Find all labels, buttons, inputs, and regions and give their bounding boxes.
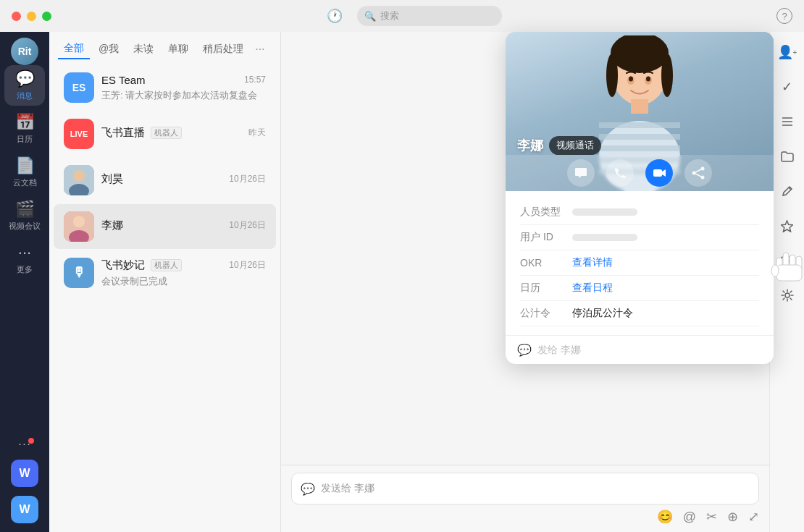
svg-rect-21 <box>631 99 648 114</box>
share-action[interactable] <box>684 159 712 187</box>
search-icon: 🔍 <box>364 11 376 22</box>
svg-line-38 <box>695 174 701 177</box>
photo-settings-icon[interactable] <box>776 249 799 272</box>
chat-preview: 王芳: 请大家按时参加本次活动复盘会 <box>101 90 257 101</box>
folder-icon[interactable] <box>776 145 799 168</box>
chat-item-li-na[interactable]: 李娜 10月26日 <box>54 204 276 249</box>
robot-badge: 机器人 <box>151 259 182 271</box>
svg-point-15 <box>790 258 792 259</box>
sidebar-item-messages[interactable]: 💬 消息 <box>4 65 45 106</box>
video-action[interactable] <box>645 159 673 187</box>
sidebar: Rit 💬 消息 📅 日历 📄 云文档 🎬 视频会议 <box>0 32 49 532</box>
okr-row: OKR 查看详情 <box>520 250 759 276</box>
send-input-row[interactable]: 💬 发给 李娜 <box>506 335 774 364</box>
search-placeholder: 搜索 <box>380 9 399 22</box>
chat-item-es-team[interactable]: ES ES Team 15:57 王芳: 请大家按时参加本次活动复盘会 <box>54 65 276 110</box>
workspace-button-1[interactable]: W <box>11 460 38 487</box>
avatar-text: ES <box>72 82 86 93</box>
svg-point-16 <box>785 293 790 297</box>
maximize-button[interactable] <box>42 12 51 21</box>
star-icon[interactable] <box>776 214 799 237</box>
okr-value[interactable]: 查看详情 <box>572 256 613 269</box>
send-icon: 💬 <box>517 343 532 357</box>
chat-time: 10月26日 <box>229 219 266 232</box>
window-controls <box>12 12 51 21</box>
titlebar-center: 🕐 🔍 搜索 <box>327 6 502 26</box>
user-id-row: 用户 ID <box>520 225 759 250</box>
avatar-illustration <box>64 165 94 195</box>
sidebar-item-calendar[interactable]: 📅 日历 <box>4 109 45 149</box>
tab-at[interactable]: @我 <box>93 40 125 59</box>
input-icon: 💬 <box>301 482 315 496</box>
list-icon[interactable] <box>776 110 799 133</box>
person-type-row: 人员类型 <box>520 200 759 225</box>
chat-name: 刘昊 <box>101 172 123 186</box>
sidebar-item-messages-label: 消息 <box>17 90 33 101</box>
chat-info-liu-hao: 刘昊 10月26日 <box>101 172 266 188</box>
message-action[interactable] <box>567 159 595 187</box>
sidebar-item-meetings[interactable]: 🎬 视频会议 <box>4 195 45 236</box>
tab-unread[interactable]: 未读 <box>127 40 159 59</box>
tab-all[interactable]: 全部 <box>58 39 90 59</box>
svg-line-37 <box>695 169 701 172</box>
sidebar-item-meetings-label: 视频会议 <box>9 221 41 232</box>
profile-photo: 李娜 视频通话 <box>506 32 774 191</box>
search-bar[interactable]: 🔍 搜索 <box>357 6 502 26</box>
sidebar-item-more[interactable]: ··· 更多 <box>4 239 45 279</box>
meetings-icon: 🎬 <box>15 200 35 219</box>
profile-details: 人员类型 用户 ID OKR 查看详情 日历 查看日程 公汁令 停泊尻公 <box>506 191 774 335</box>
sidebar-nav: 💬 消息 📅 日历 📄 云文档 🎬 视频会议 ··· 更多 <box>4 65 45 434</box>
chat-name: 飞书妙记 <box>101 258 145 272</box>
chat-name: 李娜 <box>101 219 123 232</box>
svg-point-20 <box>661 54 673 97</box>
close-button[interactable] <box>12 12 21 21</box>
person-type-label: 人员类型 <box>520 206 572 219</box>
add-contact-icon[interactable]: 👤+ <box>776 41 799 64</box>
chat-item-feishu-live[interactable]: LIVE 飞书直播 机器人 昨天 <box>54 111 276 156</box>
chat-name: ES Team <box>101 74 146 86</box>
expand-icon[interactable]: ⤢ <box>748 509 759 525</box>
send-placeholder: 发给 李娜 <box>537 344 581 357</box>
svg-point-4 <box>73 216 85 227</box>
sidebar-item-docs[interactable]: 📄 云文档 <box>4 152 45 193</box>
pencil-icon[interactable] <box>776 180 799 203</box>
main-area: Rit 💬 消息 📅 日历 📄 云文档 🎬 视频会议 <box>0 32 804 532</box>
chat-list: ES ES Team 15:57 王芳: 请大家按时参加本次活动复盘会 LIVE <box>49 64 280 532</box>
chat-time: 10月26日 <box>229 173 266 185</box>
chat-preview: 会议录制已完成 <box>101 276 167 287</box>
chat-info-feishu-live: 飞书直播 机器人 昨天 <box>101 126 266 142</box>
chat-item-feishu-note[interactable]: 🎙 飞书妙记 机器人 10月26日 会议录制已完成 <box>54 250 276 295</box>
calendar-row: 日历 查看日程 <box>520 276 759 301</box>
chat-avatar-liu-hao <box>64 165 94 195</box>
calendar-value[interactable]: 查看日程 <box>572 282 613 295</box>
chat-item-liu-hao[interactable]: 刘昊 10月26日 <box>54 158 276 203</box>
emoji-icon[interactable]: 😊 <box>657 509 673 525</box>
help-button[interactable]: ? <box>776 8 792 24</box>
avatar-text: LIVE <box>70 130 88 138</box>
chat-time: 15:57 <box>244 75 266 85</box>
history-icon[interactable]: 🕐 <box>327 8 343 24</box>
settings-icon[interactable] <box>776 284 799 307</box>
at-icon[interactable]: @ <box>683 510 696 525</box>
svg-rect-32 <box>653 169 662 177</box>
sidebar-more-button[interactable]: ··· <box>11 434 38 454</box>
checkmark-icon[interactable]: ✓ <box>776 75 799 98</box>
tab-later[interactable]: 稍后处理 <box>197 40 249 59</box>
scissors-icon[interactable]: ✂ <box>706 509 717 525</box>
profile-actions <box>506 155 774 191</box>
chat-time: 昨天 <box>248 127 266 139</box>
workspace-button-2[interactable]: W <box>11 496 38 523</box>
avatar[interactable]: Rit <box>11 38 38 65</box>
chat-list-panel: 全部 @我 未读 单聊 稍后处理 ··· ES ES Team 15:57 王芳… <box>49 32 281 532</box>
tab-single[interactable]: 单聊 <box>162 40 194 59</box>
avatar-illustration-lina <box>64 211 94 242</box>
add-icon[interactable]: ⊕ <box>727 509 738 525</box>
minimize-button[interactable] <box>27 12 36 21</box>
calendar-icon: 📅 <box>15 113 35 132</box>
chat-input-box[interactable]: 💬 发送给 李娜 <box>291 473 759 504</box>
sidebar-bottom: ··· W W <box>11 434 38 532</box>
titlebar-right: ? <box>776 8 792 24</box>
tabs-more-icon[interactable]: ··· <box>252 40 267 59</box>
extra-row: 公汁令 停泊尻公汁令 <box>520 301 759 326</box>
phone-action[interactable] <box>606 159 634 187</box>
